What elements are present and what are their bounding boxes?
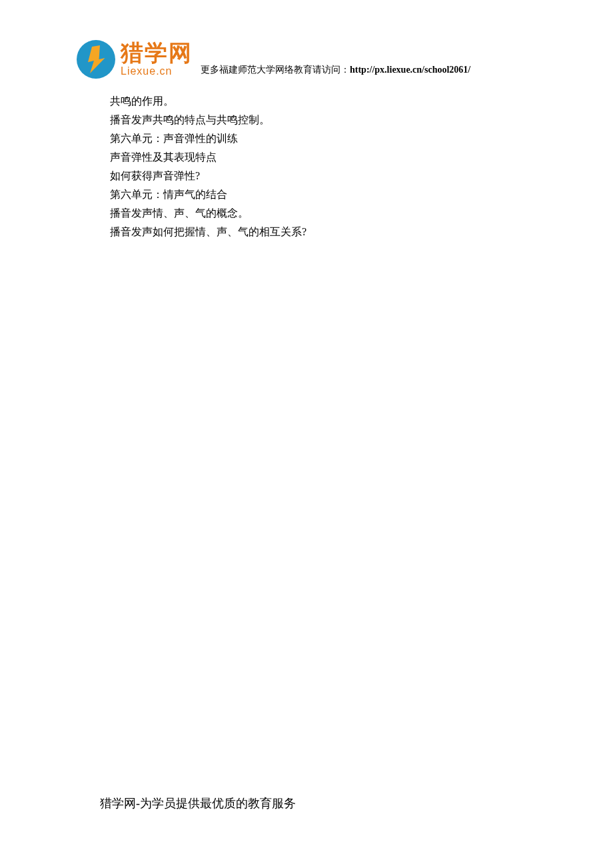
content-line: 如何获得声音弹性? xyxy=(110,167,306,185)
logo-cn-text: 猎学网 xyxy=(121,41,193,64)
content-line: 第六单元：声音弹性的训练 xyxy=(110,129,306,148)
footer-text: 猎学网-为学员提供最优质的教育服务 xyxy=(100,797,296,810)
header-link-url[interactable]: http://px.liexue.cn/school2061/ xyxy=(350,65,470,75)
content-line: 播音发声共鸣的特点与共鸣控制。 xyxy=(110,111,306,129)
content-line: 共鸣的作用。 xyxy=(110,92,306,111)
content-line: 播音发声如何把握情、声、气的相互关系? xyxy=(110,223,306,241)
logo-en-text: Liexue.cn xyxy=(121,65,193,77)
page-footer: 猎学网-为学员提供最优质的教育服务 xyxy=(100,795,296,811)
content-line: 播音发声情、声、气的概念。 xyxy=(110,204,306,223)
page-header: 猎学网 Liexue.cn 更多福建师范大学网络教育请访问：http://px.… xyxy=(77,40,470,79)
document-content: 共鸣的作用。 播音发声共鸣的特点与共鸣控制。 第六单元：声音弹性的训练 声音弹性… xyxy=(110,92,306,241)
content-line: 声音弹性及其表现特点 xyxy=(110,148,306,167)
logo-icon xyxy=(77,40,115,79)
logo: 猎学网 Liexue.cn xyxy=(77,40,193,79)
content-line: 第六单元：情声气的结合 xyxy=(110,185,306,204)
header-link-prefix: 更多福建师范大学网络教育请访问： xyxy=(201,65,350,75)
header-link: 更多福建师范大学网络教育请访问：http://px.liexue.cn/scho… xyxy=(201,64,470,76)
logo-text-group: 猎学网 Liexue.cn xyxy=(121,41,193,77)
